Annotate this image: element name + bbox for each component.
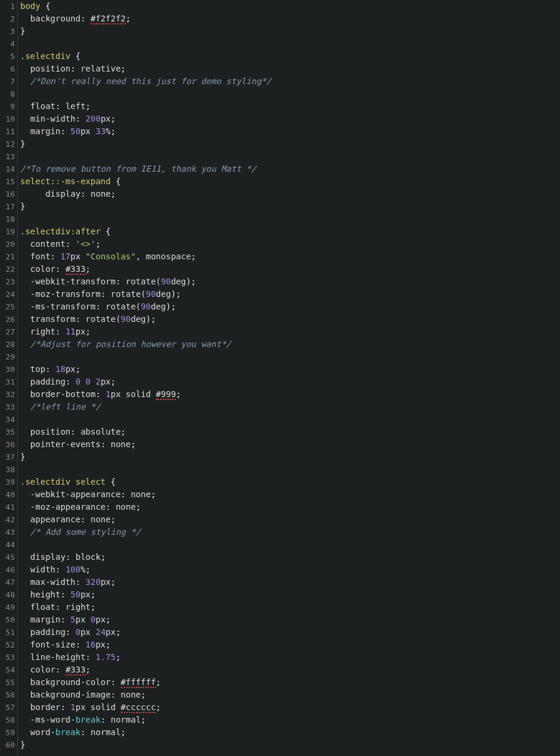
code-token: ;: [151, 489, 155, 499]
code-line[interactable]: background-color: #ffffff;: [20, 676, 560, 689]
code-token: -ms-word-: [30, 715, 76, 724]
code-line[interactable]: .selectdiv select {: [20, 476, 560, 488]
code-line[interactable]: select::-ms-expand {: [20, 175, 560, 188]
code-token: /* Add some styling */: [30, 527, 141, 537]
code-token: [20, 126, 30, 136]
code-line[interactable]: margin: 50px 33%;: [20, 125, 560, 138]
code-editor[interactable]: 1234567891011121314151617181920212223242…: [0, 0, 560, 756]
code-line[interactable]: /* Add some styling */: [20, 526, 560, 538]
code-line[interactable]: -webkit-transform: rotate(90deg);: [20, 275, 560, 288]
code-token: .selectdiv select: [20, 477, 111, 487]
code-token: ;: [141, 715, 145, 724]
code-line[interactable]: right: 11px;: [20, 326, 560, 338]
code-line[interactable]: background: #f2f2f2;: [20, 13, 560, 25]
code-line[interactable]: [20, 213, 560, 225]
code-line[interactable]: color: #333;: [20, 263, 560, 275]
code-token: :: [66, 377, 76, 386]
code-line[interactable]: display: block;: [20, 551, 560, 563]
code-line[interactable]: -webkit-appearance: none;: [20, 488, 560, 501]
code-token: :: [60, 615, 70, 624]
code-token: [20, 427, 30, 436]
code-line[interactable]: }: [20, 138, 560, 150]
code-line[interactable]: /*Adjust for position however you want*/: [20, 338, 560, 351]
code-line[interactable]: word-break: normal;: [20, 726, 560, 739]
code-line[interactable]: padding: 0px 24px;: [20, 626, 560, 639]
code-line[interactable]: line-height: 1.75;: [20, 651, 560, 664]
code-line[interactable]: -ms-word-break: normal;: [20, 714, 560, 726]
code-area[interactable]: body { background: #f2f2f2;} .selectdiv …: [18, 0, 560, 756]
code-line[interactable]: position: absolute;: [20, 426, 560, 438]
code-line[interactable]: width: 100%;: [20, 563, 560, 576]
code-line[interactable]: [20, 351, 560, 363]
code-token: min-width: [30, 114, 76, 123]
code-line[interactable]: appearance: none;: [20, 513, 560, 526]
code-line[interactable]: [20, 538, 560, 551]
code-line[interactable]: position: relative;: [20, 63, 560, 75]
code-token: ;: [86, 264, 91, 274]
code-line[interactable]: .selectdiv:after {: [20, 225, 560, 238]
code-token: pointer-events: [30, 439, 101, 449]
code-token: [20, 277, 30, 286]
code-token: 0: [76, 377, 80, 386]
code-line[interactable]: border-bottom: 1px solid #999;: [20, 388, 560, 401]
line-number: 1: [0, 0, 15, 13]
code-line[interactable]: transform: rotate(90deg);: [20, 313, 560, 326]
code-line[interactable]: /*To remove button from IE11, thank you …: [20, 163, 560, 175]
line-number: 11: [0, 125, 15, 138]
code-line[interactable]: color: #333;: [20, 664, 560, 676]
code-line[interactable]: /*left line */: [20, 401, 560, 413]
code-line[interactable]: [20, 150, 560, 163]
code-line[interactable]: }: [20, 25, 560, 38]
line-number: 41: [0, 501, 15, 513]
code-line[interactable]: font-size: 16px;: [20, 639, 560, 651]
code-token: padding: [30, 627, 66, 637]
code-line[interactable]: -moz-transform: rotate(90deg);: [20, 288, 560, 300]
code-token: color: [30, 264, 55, 274]
code-line[interactable]: .selectdiv {: [20, 50, 560, 63]
code-line[interactable]: -moz-appearance: none;: [20, 501, 560, 513]
code-line[interactable]: font: 17px "Consolas", monospace;: [20, 250, 560, 263]
code-line[interactable]: background-image: none;: [20, 689, 560, 701]
code-token: rotate(: [105, 302, 141, 311]
code-line[interactable]: [20, 88, 560, 100]
line-number: 49: [0, 601, 15, 614]
code-token: px solid: [111, 389, 156, 399]
code-token: 50: [70, 126, 80, 136]
code-token: 0: [76, 627, 80, 637]
code-line[interactable]: padding: 0 0 2px;: [20, 376, 560, 388]
code-token: /*left line */: [30, 402, 101, 411]
code-line[interactable]: margin: 5px 0px;: [20, 614, 560, 626]
code-line[interactable]: min-width: 200px;: [20, 113, 560, 125]
code-line[interactable]: height: 50px;: [20, 588, 560, 601]
code-line[interactable]: [20, 38, 560, 50]
code-line[interactable]: float: right;: [20, 601, 560, 614]
line-number-gutter: 1234567891011121314151617181920212223242…: [0, 0, 18, 756]
code-line[interactable]: content: '<>';: [20, 238, 560, 250]
code-line[interactable]: /*Don't really need this just for demo s…: [20, 75, 560, 88]
code-token: [20, 76, 30, 86]
code-line[interactable]: max-width: 320px;: [20, 576, 560, 588]
line-number: 17: [0, 200, 15, 213]
code-line[interactable]: [20, 413, 560, 426]
code-token: ;: [111, 377, 116, 386]
code-line[interactable]: -ms-transform: rotate(90deg);: [20, 300, 560, 313]
code-line[interactable]: }: [20, 739, 560, 751]
code-token: :: [95, 389, 105, 399]
line-number: 6: [0, 63, 15, 75]
code-token: );: [146, 314, 156, 324]
code-token: 0: [86, 377, 91, 386]
code-line[interactable]: }: [20, 451, 560, 463]
code-token: :: [55, 565, 66, 574]
code-line[interactable]: top: 18px;: [20, 363, 560, 376]
code-line[interactable]: border: 1px solid #cccccc;: [20, 701, 560, 714]
code-token: :: [111, 690, 121, 699]
code-line[interactable]: body {: [20, 0, 560, 13]
code-line[interactable]: display: none;: [20, 188, 560, 200]
code-token: none: [111, 439, 131, 449]
code-token: [20, 264, 30, 274]
code-line[interactable]: [20, 463, 560, 476]
code-line[interactable]: pointer-events: none;: [20, 438, 560, 451]
code-line[interactable]: }: [20, 200, 560, 213]
code-line[interactable]: float: left;: [20, 100, 560, 113]
code-token: :: [105, 502, 116, 512]
